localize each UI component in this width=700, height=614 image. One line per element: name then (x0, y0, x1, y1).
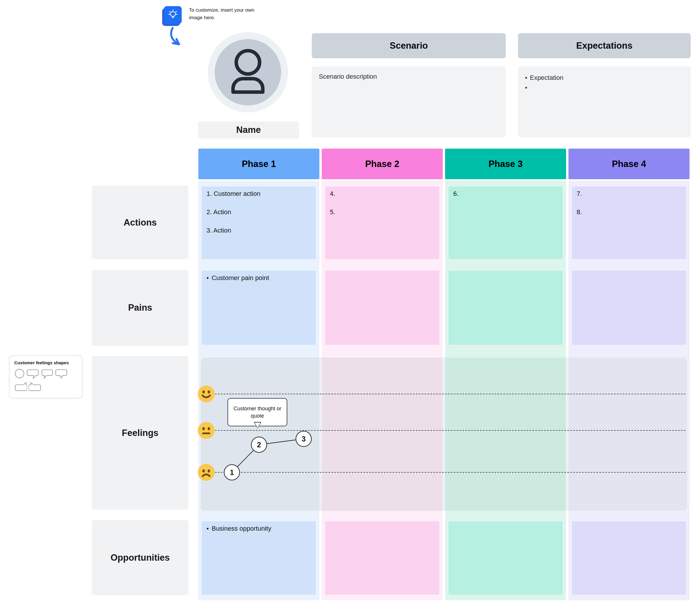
actions-cell-phase3[interactable]: 6. (449, 187, 563, 259)
opportunities-cell-phase3[interactable] (449, 521, 563, 595)
action-item: 5. (330, 208, 435, 216)
callout-tail-top-right-icon[interactable] (14, 382, 27, 394)
action-item: 3. Action (207, 227, 311, 234)
action-item: 6. (453, 190, 558, 197)
scenario-description-box[interactable]: Scenario description (312, 66, 506, 137)
opportunities-cell-phase1[interactable]: Business opportunity (202, 521, 316, 595)
actions-cell-phase2[interactable]: 4. 5. (325, 187, 439, 259)
scenario-description-text: Scenario description (319, 73, 377, 80)
phase2-header[interactable]: Phase 2 (322, 149, 443, 179)
expectations-header-label: Expectations (576, 40, 633, 51)
pains-cell-phase3[interactable] (449, 271, 563, 345)
expectation-item (525, 83, 684, 93)
action-item: 2. Action (207, 208, 311, 216)
person-icon (215, 38, 281, 106)
action-item: 7. (577, 190, 681, 197)
customer-feelings-shapes-panel: Customer feelings shapes (9, 356, 83, 398)
action-item: 8. (577, 208, 681, 216)
actions-cell-phase1[interactable]: 1. Customer action 2. Action 3. Action (202, 187, 316, 259)
persona-name-box[interactable]: Name (198, 121, 299, 138)
actions-cell-phase4[interactable]: 7. 8. (572, 187, 686, 259)
feelings-journey-line: 1 2 3 (201, 358, 687, 512)
journey-point-label: 3 (302, 435, 306, 443)
customer-quote-bubble[interactable]: Customer thought or quote (227, 398, 287, 426)
customer-quote-text: Customer thought or quote (231, 405, 284, 419)
expectations-header[interactable]: Expectations (518, 33, 691, 58)
opportunity-item: Business opportunity (207, 525, 311, 533)
customize-hint-tile[interactable] (164, 6, 182, 24)
speech-bubble-tail-left-icon[interactable] (40, 368, 53, 380)
action-item: 1. Customer action (207, 190, 311, 197)
customize-hint-text: To customize, insert your own image here… (189, 7, 262, 21)
phase1-header[interactable]: Phase 1 (198, 149, 320, 179)
action-item: 4. (330, 190, 435, 197)
scenario-header-label: Scenario (390, 40, 428, 51)
row-label-actions[interactable]: Actions (92, 186, 188, 259)
pain-item: Customer pain point (207, 274, 311, 282)
scenario-header[interactable]: Scenario (312, 33, 506, 58)
callout-tail-top-left-icon[interactable] (28, 382, 41, 394)
journey-point-label: 2 (257, 440, 261, 449)
pains-cell-phase2[interactable] (325, 271, 439, 345)
curved-arrow-icon (168, 27, 184, 48)
speech-bubble-tail-center-icon[interactable] (55, 368, 68, 380)
row-label-opportunities[interactable]: Opportunities (92, 520, 188, 596)
journey-point-label: 1 (230, 468, 234, 476)
circle-shape-icon[interactable] (14, 368, 25, 380)
avatar-placeholder (215, 39, 281, 105)
phase4-header[interactable]: Phase 4 (568, 149, 689, 179)
row-label-feelings[interactable]: Feelings (92, 356, 188, 510)
feelings-panel-title: Customer feelings shapes (14, 360, 77, 365)
lightbulb-icon (167, 9, 179, 22)
pains-cell-phase4[interactable] (572, 271, 686, 345)
row-label-pains[interactable]: Pains (92, 270, 188, 346)
avatar[interactable] (208, 32, 288, 113)
speech-bubble-tail-right-icon[interactable] (26, 368, 39, 380)
phase3-header[interactable]: Phase 3 (445, 149, 566, 179)
pains-cell-phase1[interactable]: Customer pain point (202, 271, 316, 345)
expectation-item: Expectation (525, 73, 684, 83)
opportunities-cell-phase2[interactable] (325, 521, 439, 595)
persona-name-label: Name (236, 125, 261, 135)
expectations-box[interactable]: Expectation (518, 66, 691, 137)
opportunities-cell-phase4[interactable] (572, 521, 686, 595)
